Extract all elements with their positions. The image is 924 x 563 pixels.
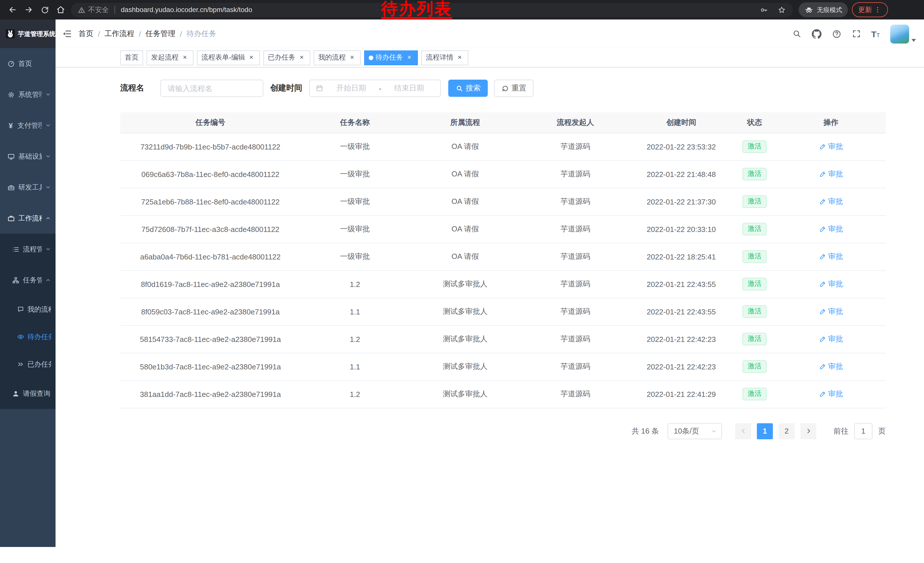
sidebar-item-home[interactable]: 首页 [0,48,56,79]
breadcrumb-home[interactable]: 首页 [78,29,93,39]
date-range-picker[interactable]: 开始日期 - 结束日期 [309,80,441,97]
sidebar-item-done-tasks[interactable]: 已办任务 [0,350,56,378]
process-cell: OA 请假 [410,161,521,188]
list-icon [12,245,20,253]
breadcrumb-workflow[interactable]: 工作流程 [105,29,134,39]
approve-link[interactable]: 审批 [819,141,843,152]
approve-link[interactable]: 审批 [819,251,843,262]
sidebar-toggle-button[interactable] [56,29,78,39]
browser-forward-button[interactable] [21,2,37,18]
task-name-cell: 一级审批 [300,188,410,215]
breadcrumb-separator: / [98,30,100,38]
tab-todo-tasks[interactable]: 待办任务 × [364,50,418,65]
avatar[interactable] [890,24,909,43]
close-icon[interactable]: × [456,54,464,62]
browser-home-button[interactable] [52,2,69,18]
browser-reload-button[interactable] [37,2,52,18]
actions-cell: 审批 [776,298,886,325]
initiator-cell: 芋道源码 [521,270,630,298]
status-cell: 激活 [733,188,776,215]
sidebar-item-label: 支付管理 [18,120,42,130]
approve-link[interactable]: 审批 [819,306,843,317]
font-size-button[interactable]: TT [871,30,880,38]
tab-done-tasks[interactable]: 已办任务 × [263,50,310,65]
page-button-2[interactable]: 2 [778,423,795,439]
close-icon[interactable]: × [181,54,189,62]
sidebar-item-task-management[interactable]: 任务管理 [0,264,56,296]
tab-label: 待办任务 [375,53,403,62]
sidebar-item-dev-tools[interactable]: 研发工具 [0,172,56,203]
approve-link[interactable]: 审批 [819,389,843,399]
sidebar-item-my-processes[interactable]: 我的流程 [0,296,56,323]
status-cell: 激活 [733,215,776,243]
sidebar-item-payment[interactable]: ¥ 支付管理 [0,110,56,141]
browser-menu-dots-icon[interactable] [874,6,882,14]
eye-icon [17,333,24,340]
password-key-icon[interactable] [760,6,768,14]
reset-button-label: 重置 [512,83,526,93]
table-row: 75d72608-7b7f-11ec-a3c8-acde48001122 一级审… [120,215,886,243]
sidebar-item-workflow[interactable]: 工作流程 [0,203,56,234]
tab-label: 首页 [125,53,138,62]
page-size-value: 10条/页 [674,426,711,436]
tab-form-edit[interactable]: 流程表单-编辑 × [197,50,260,65]
page-size-select[interactable]: 10条/页 [668,423,722,439]
tab-start-process[interactable]: 发起流程 × [147,50,194,65]
task-id-cell: 73211d9d-7b9b-11ec-b5b7-acde48001122 [120,133,300,161]
close-icon[interactable]: × [298,54,306,62]
close-icon[interactable]: × [405,54,413,62]
sidebar-item-todo-tasks[interactable]: 待办任务 [0,323,56,350]
process-name-input[interactable] [160,80,263,97]
next-page-button[interactable] [800,423,816,439]
prev-page-button[interactable] [735,423,751,439]
status-badge: 激活 [742,305,766,318]
incognito-badge[interactable]: 无痕模式 [799,2,848,17]
actions-cell: 审批 [776,325,886,353]
reset-button[interactable]: 重置 [494,80,534,97]
edit-icon [819,308,826,315]
monitor-icon [8,153,15,160]
approve-link[interactable]: 审批 [819,197,843,207]
approve-link[interactable]: 审批 [819,169,843,179]
github-button[interactable] [812,29,821,39]
sidebar-item-infrastructure[interactable]: 基础设施 [0,141,56,172]
initiator-cell: 芋道源码 [521,353,630,380]
user-menu[interactable] [890,24,916,43]
table-row: 73211d9d-7b9b-11ec-b5b7-acde48001122 一级审… [120,133,886,161]
task-name-cell: 1.2 [300,270,410,298]
incognito-label: 无痕模式 [817,6,842,14]
refresh-icon [501,84,508,92]
approve-link[interactable]: 审批 [819,224,843,234]
browser-update-button[interactable]: 更新 [852,2,888,17]
browser-back-button[interactable] [4,2,21,18]
edit-icon [819,143,826,150]
process-cell: 测试多审批人 [410,325,521,353]
bookmark-star-icon[interactable] [777,6,786,14]
status-badge: 激活 [742,195,766,208]
approve-link[interactable]: 审批 [819,279,843,289]
breadcrumb-task-management[interactable]: 任务管理 [146,29,176,39]
approve-link[interactable]: 审批 [819,334,843,344]
fullscreen-button[interactable] [852,29,861,38]
approve-link[interactable]: 审批 [819,362,843,372]
status-badge: 激活 [742,278,766,290]
search-button[interactable] [792,29,801,38]
tab-process-detail[interactable]: 流程详情 × [422,50,468,65]
actions-cell: 审批 [776,161,886,188]
goto-page-input[interactable] [854,423,873,439]
column-header-task-id: 任务编号 [120,112,300,133]
search-button-main[interactable]: 搜索 [448,80,488,97]
main-content: 流程名 创建时间 开始日期 - 结束日期 搜索 重置 [56,68,924,563]
sidebar-item-leave-query[interactable]: 请假查询 [0,378,56,409]
tab-my-processes[interactable]: 我的流程 × [314,50,361,65]
page-button-1[interactable]: 1 [757,423,773,439]
help-button[interactable] [831,29,841,39]
close-icon[interactable]: × [348,54,356,62]
sidebar-item-process-management[interactable]: 流程管理 [0,234,56,264]
app-logo[interactable]: 芋道管理系统 [0,20,56,48]
sidebar-item-system[interactable]: 系统管理 [0,79,56,110]
tab-home[interactable]: 首页 [120,50,143,65]
navbar: 首页 / 工作流程 / 任务管理 / 待办任务 TT [56,20,924,48]
close-icon[interactable]: × [248,54,255,62]
yen-icon: ¥ [8,121,14,130]
